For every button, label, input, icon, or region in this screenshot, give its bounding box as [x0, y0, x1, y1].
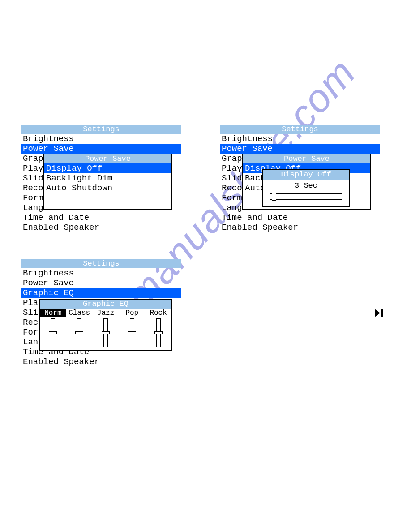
submenu-auto-shutdown[interactable]: Auto Shutdown — [44, 183, 171, 193]
slider-track[interactable] — [270, 193, 342, 200]
slider-value: 3 Sec — [263, 180, 349, 191]
eq-presets: Norm Class Jazz Pop Rock — [40, 309, 171, 350]
menu-power-save[interactable]: Power Save — [21, 278, 181, 288]
menu-graphic-eq[interactable]: Graphic EQ — [21, 288, 181, 298]
submenu-backlight-dim[interactable]: Backlight Dim — [44, 173, 171, 183]
svg-rect-1 — [381, 309, 383, 317]
menu-time-date[interactable]: Time and Date — [21, 213, 181, 223]
eq-label-rock: Rock — [145, 309, 171, 317]
menu-brightness[interactable]: Brightness — [21, 134, 181, 144]
eq-label-jazz: Jazz — [93, 309, 119, 317]
eq-title: Graphic EQ — [40, 300, 171, 309]
svg-marker-0 — [375, 309, 380, 317]
eq-slider-class[interactable] — [77, 318, 81, 347]
eq-slider-rock[interactable] — [156, 318, 161, 347]
power-save-submenu: Power Save Display Off Backlight Dim Aut… — [43, 154, 172, 210]
submenu-display-off[interactable]: Display Off — [44, 163, 171, 173]
settings-panel-2: Settings Brightness Power Save Graphi Pl… — [219, 124, 381, 233]
eq-preset-pop[interactable]: Pop — [119, 309, 145, 350]
display-off-slider-popup: Display Off 3 Sec — [262, 169, 350, 207]
slider-thumb[interactable] — [272, 193, 276, 201]
settings-panel-3: Settings Brightness Power Save Graphic E… — [21, 259, 182, 367]
menu-power-save[interactable]: Power Save — [220, 144, 380, 154]
submenu-title: Power Save — [243, 154, 370, 163]
eq-slider-jazz[interactable] — [103, 318, 108, 347]
menu-time-date[interactable]: Time and Date — [220, 213, 380, 223]
eq-slider-pop[interactable] — [130, 318, 134, 347]
eq-preset-jazz[interactable]: Jazz — [93, 309, 119, 350]
panel-title: Settings — [21, 259, 181, 268]
slider-title: Display Off — [263, 170, 349, 180]
menu-enabled-speaker[interactable]: Enabled Speaker — [21, 357, 181, 367]
eq-label-norm: Norm — [40, 309, 66, 317]
eq-label-pop: Pop — [119, 309, 145, 317]
play-pause-icon[interactable] — [375, 309, 386, 319]
menu-power-save[interactable]: Power Save — [21, 144, 181, 154]
menu-enabled-speaker[interactable]: Enabled Speaker — [21, 223, 181, 232]
eq-label-class: Class — [66, 309, 93, 317]
settings-panel-1: Settings Brightness Power Save Graphi Pl… — [21, 124, 182, 233]
menu-brightness[interactable]: Brightness — [220, 134, 380, 144]
eq-preset-class[interactable]: Class — [66, 309, 93, 350]
menu-enabled-speaker[interactable]: Enabled Speaker — [220, 223, 380, 232]
panel-title: Settings — [21, 125, 181, 134]
eq-slider-norm[interactable] — [51, 318, 55, 347]
menu-brightness[interactable]: Brightness — [21, 268, 181, 278]
eq-preset-norm[interactable]: Norm — [40, 309, 66, 350]
panel-title: Settings — [220, 125, 380, 134]
graphic-eq-submenu: Graphic EQ Norm Class Jazz Pop Rock — [39, 299, 172, 351]
submenu-title: Power Save — [44, 154, 171, 163]
eq-preset-rock[interactable]: Rock — [145, 309, 171, 350]
